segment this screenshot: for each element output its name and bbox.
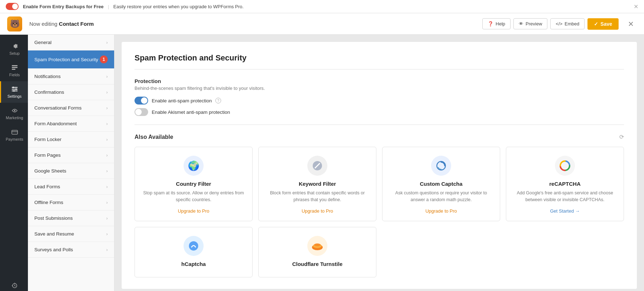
hcaptcha-card: hCaptcha <box>135 227 253 277</box>
banner-toggle-label: Enable Form Entry Backups for Free <box>23 4 103 9</box>
custom-captcha-title: Custom Captcha <box>420 181 462 187</box>
embed-icon: </> <box>556 21 562 26</box>
sidebar-item-setup[interactable]: Setup <box>0 38 28 60</box>
keyword-filter-desc: Block form entries that contain specific… <box>264 190 370 203</box>
svg-rect-0 <box>12 65 18 66</box>
logo-icon: 🐻 <box>7 16 22 31</box>
sidebar-nav: General › Spam Protection and Security 1… <box>28 35 114 291</box>
hcaptcha-icon <box>184 236 204 256</box>
nav-item-conversational-forms[interactable]: Conversational Forms › <box>28 100 114 116</box>
chevron-right-icon: › <box>106 40 108 45</box>
nav-item-surveys-and-polls[interactable]: Surveys and Polls › <box>28 242 114 258</box>
marketing-icon <box>11 107 18 114</box>
chevron-right-icon: › <box>106 74 108 79</box>
svg-point-5 <box>13 90 15 92</box>
banner-toggle[interactable] <box>6 3 19 10</box>
nav-item-notifications[interactable]: Notifications › <box>28 69 114 84</box>
nav-item-lead-forms[interactable]: Lead Forms › <box>28 179 114 195</box>
nav-item-form-abandonment[interactable]: Form Abandonment › <box>28 116 114 132</box>
custom-captcha-icon <box>431 156 451 176</box>
akismet-toggle[interactable] <box>135 108 148 116</box>
svg-point-10 <box>437 161 445 170</box>
chevron-right-icon: › <box>106 137 108 142</box>
sidebar-item-marketing[interactable]: Marketing <box>0 103 28 124</box>
chevron-right-icon: › <box>106 247 108 252</box>
svg-point-3 <box>13 87 14 88</box>
refresh-icon[interactable]: ⟳ <box>619 134 624 140</box>
page-title: Spam Protection and Security <box>135 53 624 69</box>
nav-item-form-locker[interactable]: Form Locker › <box>28 132 114 147</box>
save-check-icon: ✓ <box>594 21 598 27</box>
nav-item-confirmations[interactable]: Confirmations › <box>28 84 114 100</box>
section-divider <box>135 125 624 125</box>
recaptcha-get-started-link[interactable]: Get Started → <box>550 208 580 214</box>
main-layout: Setup Fields Settings Marketing Payments… <box>0 35 644 291</box>
spam-badge: 1 <box>100 55 108 63</box>
feature-cards-row2: hCaptcha Cloudflare Turnstile <box>135 227 624 277</box>
setup-label: Setup <box>9 51 20 55</box>
help-button[interactable]: ❓ Help <box>482 18 511 29</box>
cloudflare-turnstile-card: Cloudflare Turnstile <box>258 227 376 277</box>
svg-rect-1 <box>12 67 18 68</box>
akismet-label: Enable Akismet anti-spam protection <box>152 110 230 115</box>
sidebar-item-payments[interactable]: Payments <box>0 124 28 146</box>
recaptcha-title: reCAPTCHA <box>549 181 581 187</box>
preview-button[interactable]: 👁 Preview <box>513 18 547 29</box>
recaptcha-desc: Add Google's free anti-spam service and … <box>512 190 618 203</box>
chevron-right-icon: › <box>106 121 108 126</box>
sidebar-item-settings[interactable]: Settings <box>0 81 28 103</box>
also-available-header: Also Available ⟳ <box>135 134 624 140</box>
country-filter-icon: 🌍 <box>184 156 204 176</box>
history-icon <box>11 282 18 289</box>
nav-item-post-submissions[interactable]: Post Submissions › <box>28 210 114 226</box>
nav-item-form-pages[interactable]: Form Pages › <box>28 147 114 163</box>
custom-captcha-upgrade-link[interactable]: Upgrade to Pro <box>425 208 457 214</box>
also-available-title: Also Available <box>135 134 173 140</box>
protection-label: Protection <box>135 78 624 84</box>
banner-close-icon[interactable]: ✕ <box>634 3 638 10</box>
banner-divider: | <box>108 4 109 9</box>
nav-item-spam-protection[interactable]: Spam Protection and Security 1 <box>28 50 114 69</box>
svg-rect-7 <box>12 130 18 134</box>
chevron-right-icon: › <box>106 232 108 237</box>
header-actions: ❓ Help 👁 Preview </> Embed ✓ Save ✕ <box>482 18 637 30</box>
nav-item-save-and-resume[interactable]: Save and Resume › <box>28 226 114 242</box>
sidebar-item-history[interactable] <box>0 278 28 291</box>
country-filter-upgrade-link[interactable]: Upgrade to Pro <box>178 208 209 214</box>
chevron-right-icon: › <box>106 216 108 221</box>
editing-label: Now editing Contact Form <box>29 21 94 27</box>
chevron-right-icon: › <box>106 90 108 95</box>
main-content: Spam Protection and Security Protection … <box>114 35 644 291</box>
svg-point-14 <box>314 243 321 246</box>
keyword-filter-card: Keyword Filter Block form entries that c… <box>258 147 376 221</box>
nav-item-general[interactable]: General › <box>28 35 114 50</box>
settings-icon <box>11 86 18 93</box>
help-icon: ❓ <box>488 21 493 26</box>
app-header: 🐻 Now editing Contact Form ❓ Help 👁 Prev… <box>0 13 644 35</box>
keyword-filter-icon <box>307 156 327 176</box>
fields-label: Fields <box>9 73 20 77</box>
cloudflare-turnstile-title: Cloudflare Turnstile <box>292 261 343 267</box>
keyword-filter-upgrade-link[interactable]: Upgrade to Pro <box>302 208 333 214</box>
nav-item-google-sheets[interactable]: Google Sheets › <box>28 163 114 179</box>
protection-description: Behind-the-scenes spam filtering that's … <box>135 86 624 91</box>
akismet-toggle-row: Enable Akismet anti-spam protection <box>135 108 624 116</box>
anti-spam-info-icon[interactable]: ? <box>215 98 221 103</box>
save-button[interactable]: ✓ Save <box>587 18 619 30</box>
svg-point-4 <box>15 88 17 90</box>
embed-button[interactable]: </> Embed <box>550 18 585 29</box>
settings-label: Settings <box>8 94 22 98</box>
close-button[interactable]: ✕ <box>625 18 637 30</box>
chevron-right-icon: › <box>106 200 108 205</box>
sidebar-item-fields[interactable]: Fields <box>0 60 28 81</box>
country-filter-title: Country Filter <box>176 181 211 187</box>
payments-icon <box>11 128 18 136</box>
banner-description: Easily restore your entries when you upg… <box>113 4 244 9</box>
svg-rect-2 <box>12 69 15 70</box>
sidebar-icons: Setup Fields Settings Marketing Payments <box>0 35 28 291</box>
feature-cards-row1: 🌍 Country Filter Stop spam at its source… <box>135 147 624 221</box>
anti-spam-toggle[interactable] <box>135 97 148 105</box>
logo-area: 🐻 <box>7 16 22 31</box>
nav-item-offline-forms[interactable]: Offline Forms › <box>28 195 114 210</box>
recaptcha-card: reCAPTCHA Add Google's free anti-spam se… <box>506 147 624 221</box>
